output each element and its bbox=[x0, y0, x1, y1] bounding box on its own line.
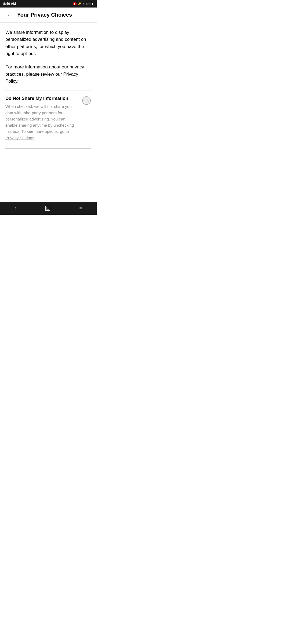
dns-content: Do Not Share My Information When checked… bbox=[5, 96, 82, 141]
top-divider bbox=[5, 90, 91, 90]
content-area: We share information to display personal… bbox=[0, 23, 97, 155]
status-time: 8:46 AM bbox=[3, 2, 16, 6]
back-arrow-icon: ← bbox=[7, 12, 12, 18]
page-title: Your Privacy Choices bbox=[17, 12, 72, 18]
nav-home-button[interactable]: □ bbox=[45, 206, 50, 211]
dns-title: Do Not Share My Information bbox=[5, 96, 78, 101]
battery-icon: ▮ bbox=[92, 2, 93, 5]
do-not-share-section: Do Not Share My Information When checked… bbox=[5, 96, 91, 143]
bottom-divider bbox=[5, 148, 91, 149]
dns-description-text: When checked, we will not share your dat… bbox=[5, 104, 74, 134]
privacy-policy-paragraph: For more information about our privacy p… bbox=[5, 64, 91, 85]
dns-checkbox[interactable] bbox=[82, 96, 91, 105]
privacy-settings-link[interactable]: Privacy Settings bbox=[5, 136, 34, 140]
dns-checkbox-container[interactable] bbox=[82, 96, 91, 105]
nav-menu-button[interactable]: ≡ bbox=[79, 206, 82, 211]
bluetooth-icon: ✳ bbox=[82, 2, 85, 5]
status-bar: 8:46 AM ▶ 🔑 ✳ ((•)) ▮ bbox=[0, 0, 97, 8]
dns-description-end: . bbox=[34, 136, 35, 140]
wifi-icon: ((•)) bbox=[86, 2, 90, 5]
key-icon: 🔑 bbox=[78, 2, 81, 5]
privacy-policy-period: . bbox=[17, 79, 19, 84]
camera-icon: ▶ bbox=[73, 2, 77, 5]
back-button[interactable]: ← bbox=[4, 10, 15, 20]
status-icons: ▶ 🔑 ✳ ((•)) ▮ bbox=[73, 2, 93, 5]
intro-paragraph: We share information to display personal… bbox=[5, 29, 91, 57]
nav-back-button[interactable]: ‹ bbox=[15, 205, 16, 212]
dns-description: When checked, we will not share your dat… bbox=[5, 103, 78, 141]
bottom-nav-bar: ‹ □ ≡ bbox=[0, 202, 97, 215]
app-bar: ← Your Privacy Choices bbox=[0, 8, 97, 23]
